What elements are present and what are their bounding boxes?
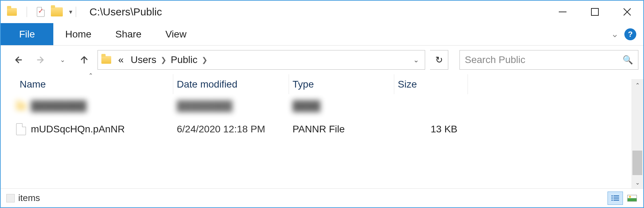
view-buttons (608, 192, 643, 205)
properties-icon[interactable] (37, 7, 45, 17)
search-box[interactable]: 🔍 (459, 50, 638, 70)
chevron-down-icon: ⌄ (60, 56, 65, 64)
minimize-button[interactable] (546, 1, 579, 23)
window-title: C:\Users\Public (89, 6, 162, 18)
details-view-button[interactable] (608, 192, 623, 205)
navigation-row: ⌄ « Users ❯ Public ❯ ⌄ ↻ 🔍 (1, 46, 643, 74)
breadcrumb-item[interactable]: Public (167, 54, 201, 65)
arrow-up-icon (78, 54, 90, 66)
breadcrumb-prefix[interactable]: « (115, 54, 127, 65)
search-icon[interactable]: 🔍 (623, 55, 633, 65)
column-header-type[interactable]: Type (289, 74, 394, 94)
chevron-right-icon: ❯ (201, 56, 208, 64)
scroll-down-icon[interactable]: ⌄ (631, 176, 643, 188)
folder-icon (101, 56, 111, 64)
ribbon-collapse-icon[interactable]: ⌄ (611, 29, 619, 40)
sort-indicator-icon: ⌃ (88, 72, 93, 79)
ribbon-right: ⌄ ? (611, 23, 643, 45)
folder-icon (7, 8, 17, 16)
status-icon (6, 194, 15, 202)
forward-button[interactable] (32, 51, 49, 68)
column-headers: ⌃ Name Date modified Type Size (1, 74, 643, 95)
divider (76, 7, 76, 17)
file-size: 13 KB (394, 124, 468, 135)
search-input[interactable] (465, 54, 623, 65)
file-name: mUDSqcHQn.pAnNR (31, 124, 125, 135)
column-header-size[interactable]: Size (394, 74, 468, 94)
svg-rect-4 (611, 195, 613, 196)
list-item[interactable]: ████████ ████████ ████ (1, 95, 643, 118)
status-bar: items (1, 188, 643, 207)
title-bar: ▾ C:\Users\Public (1, 1, 643, 23)
up-button[interactable] (76, 51, 93, 68)
maximize-icon (591, 8, 599, 16)
svg-point-12 (629, 196, 631, 198)
list-item[interactable]: mUDSqcHQn.pAnNR 6/24/2020 12:18 PM PANNR… (1, 118, 643, 141)
help-button[interactable]: ? (624, 28, 636, 40)
file-date: 6/24/2020 12:18 PM (173, 124, 289, 135)
quick-access-toolbar: ▾ (7, 7, 72, 17)
file-list: ████████ ████████ ████ mUDSqcHQn.pAnNR 6… (1, 95, 643, 141)
file-tab[interactable]: File (1, 23, 53, 45)
svg-rect-9 (613, 200, 619, 201)
ribbon: File Home Share View ⌄ ? (1, 23, 643, 46)
close-icon (623, 7, 632, 16)
tab-view[interactable]: View (153, 23, 198, 45)
svg-rect-6 (611, 197, 613, 199)
folder-icon (16, 102, 26, 110)
thumbnails-view-button[interactable] (624, 192, 640, 205)
breadcrumb-item[interactable]: Users (127, 54, 160, 65)
window-controls (546, 1, 643, 23)
refresh-icon: ↻ (435, 55, 443, 65)
file-icon (16, 123, 26, 135)
arrow-left-icon (13, 54, 25, 66)
minimize-icon (558, 7, 567, 16)
status-text: items (18, 193, 40, 203)
maximize-button[interactable] (579, 1, 611, 23)
column-header-date[interactable]: Date modified (173, 74, 289, 94)
svg-rect-7 (613, 197, 619, 199)
tab-share[interactable]: Share (103, 23, 154, 45)
file-date: ████████ (173, 100, 289, 112)
back-button[interactable] (11, 51, 27, 68)
svg-rect-11 (628, 198, 637, 201)
recent-locations-button[interactable]: ⌄ (54, 51, 71, 68)
address-bar[interactable]: « Users ❯ Public ❯ ⌄ (98, 50, 425, 70)
svg-rect-1 (591, 8, 598, 15)
thumbnails-view-icon (627, 195, 637, 202)
column-header-name[interactable]: Name (16, 74, 173, 94)
tab-home[interactable]: Home (53, 23, 103, 45)
refresh-button[interactable]: ↻ (430, 50, 448, 70)
address-dropdown-button[interactable]: ⌄ (407, 56, 425, 64)
qat-dropdown-icon[interactable]: ▾ (69, 8, 72, 16)
file-type: ████ (289, 100, 394, 112)
new-folder-icon[interactable] (51, 7, 63, 16)
chevron-right-icon: ❯ (160, 56, 167, 64)
divider (27, 7, 27, 17)
file-name: ████████ (31, 100, 87, 112)
vertical-scrollbar[interactable]: ⌃ ⌄ (631, 79, 643, 188)
close-button[interactable] (611, 1, 643, 23)
file-type: PANNR File (289, 124, 394, 135)
scrollbar-thumb[interactable] (632, 151, 642, 175)
svg-rect-8 (611, 200, 613, 201)
svg-rect-5 (613, 195, 619, 196)
details-view-icon (611, 195, 619, 202)
scroll-up-icon[interactable]: ⌃ (631, 79, 643, 91)
arrow-right-icon (35, 54, 47, 66)
